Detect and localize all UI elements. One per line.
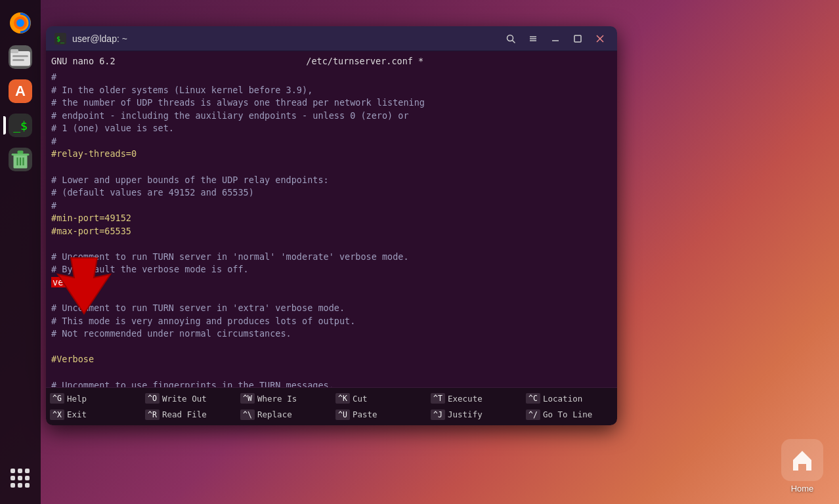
taskbar-firefox[interactable]	[5, 8, 35, 38]
command-label: Location	[543, 393, 582, 405]
nano-command[interactable]: ^U Paste	[335, 409, 423, 421]
search-button[interactable]	[502, 30, 520, 48]
nano-version: GNU nano 6.2	[51, 56, 116, 66]
command-key: ^T	[431, 393, 445, 404]
taskbar-appstore[interactable]: A	[5, 76, 35, 106]
home-icon	[781, 439, 823, 481]
svg-rect-3	[11, 51, 30, 66]
nano-command[interactable]: ^X Exit	[50, 409, 137, 421]
editor-line	[51, 341, 612, 354]
command-label: Write Out	[162, 393, 207, 405]
editor-line: # Lower and upper bounds of the UDP rela…	[51, 174, 612, 187]
window-title: user@ldap: ~	[72, 33, 127, 44]
command-column: ^T Execute ^J Justify	[427, 388, 522, 425]
editor-line: # Uncomment to use fingerprints in the T…	[51, 379, 612, 388]
command-label: Help	[67, 393, 87, 405]
svg-text:$_: $_	[56, 35, 65, 43]
svg-rect-21	[574, 35, 581, 42]
nano-command[interactable]: ^W Where Is	[240, 393, 328, 405]
editor-line: #Verbose	[51, 353, 612, 366]
taskbar-files[interactable]	[5, 42, 35, 72]
svg-rect-6	[12, 59, 24, 61]
svg-point-2	[16, 19, 24, 27]
maximize-button[interactable]	[569, 30, 587, 48]
title-bar-left: $_ user@ldap: ~	[54, 32, 127, 45]
editor-line: verbose	[51, 276, 612, 289]
terminal-title-icon: $_	[54, 32, 67, 45]
editor-line: #	[51, 71, 612, 84]
command-label: Replace	[257, 409, 292, 421]
editor-content[interactable]: ## In the older systems (Linux kernel be…	[46, 70, 617, 387]
command-label: Cut	[353, 393, 368, 405]
title-bar: $_ user@ldap: ~	[46, 26, 617, 51]
editor-line: #	[51, 135, 612, 148]
nano-command[interactable]: ^O Write Out	[145, 393, 232, 405]
taskbar: A _$	[0, 0, 41, 504]
command-label: Justify	[448, 409, 483, 421]
nano-command[interactable]: ^J Justify	[431, 409, 518, 421]
editor-line: #relay-threads=0	[51, 148, 612, 161]
editor-line	[51, 161, 612, 174]
command-column: ^K Cut ^U Paste	[332, 388, 427, 425]
command-column: ^G Help ^X Exit	[46, 388, 141, 425]
menu-button[interactable]	[524, 30, 542, 48]
command-key: ^J	[431, 410, 445, 420]
nano-commands: ^G Help ^X Exit ^O Write Out ^R Read Fil…	[46, 388, 617, 425]
apps-grid-icon	[11, 469, 30, 488]
command-label: Where Is	[257, 393, 297, 405]
command-label: Execute	[448, 393, 483, 405]
apps-grid-button[interactable]	[5, 463, 35, 494]
editor-line: # By default the verbose mode is off.	[51, 263, 612, 276]
terminal-window: $_ user@ldap: ~	[46, 26, 617, 425]
taskbar-trash[interactable]	[5, 144, 35, 175]
svg-rect-9	[18, 151, 24, 154]
nano-command[interactable]: ^\ Replace	[240, 409, 328, 421]
nano-command[interactable]: ^R Read File	[145, 409, 232, 421]
nano-command[interactable]: ^T Execute	[431, 393, 518, 405]
editor-line: # (default values are 49152 and 65535)	[51, 186, 612, 200]
terminal-icon: _$	[9, 114, 32, 137]
svg-rect-5	[12, 55, 28, 57]
taskbar-terminal[interactable]: _$	[5, 110, 35, 140]
editor-line: #max-port=65535	[51, 225, 612, 238]
command-key: ^/	[526, 410, 540, 420]
nano-command[interactable]: ^/ Go To Line	[526, 409, 613, 421]
files-icon	[9, 45, 32, 69]
nano-header: GNU nano 6.2 /etc/turnserver.conf *	[46, 51, 617, 70]
editor-line: # the number of UDP threads is always on…	[51, 96, 612, 110]
editor-line: # This mode is very annoying and produce…	[51, 315, 612, 328]
command-column: ^C Location ^/ Go To Line	[522, 388, 617, 425]
editor-line: # 1 (one) value is set.	[51, 122, 612, 135]
editor-line: # Uncomment to run TURN server in 'extra…	[51, 302, 612, 315]
command-key: ^C	[526, 393, 540, 404]
nano-command[interactable]: ^C Location	[526, 393, 613, 405]
command-key: ^W	[240, 393, 255, 404]
editor-line: # Uncomment to run TURN server in 'norma…	[51, 251, 612, 264]
home-icon-wrapper[interactable]: Home	[781, 439, 823, 494]
nano-command[interactable]: ^K Cut	[335, 393, 423, 405]
command-column: ^O Write Out ^R Read File	[141, 388, 236, 425]
command-label: Exit	[67, 409, 87, 421]
close-button[interactable]	[591, 30, 609, 48]
command-column: ^W Where Is ^\ Replace	[236, 388, 332, 425]
command-key: ^R	[145, 410, 160, 420]
command-key: ^K	[335, 393, 350, 404]
command-key: ^G	[50, 393, 64, 404]
svg-rect-4	[11, 49, 18, 53]
editor-line: #	[51, 200, 612, 213]
command-label: Paste	[353, 409, 377, 421]
nano-filename: /etc/turnserver.conf *	[118, 56, 612, 66]
command-key: ^X	[50, 410, 64, 420]
command-label: Read File	[162, 409, 207, 421]
minimize-button[interactable]	[546, 30, 565, 48]
title-bar-buttons	[502, 30, 609, 48]
editor-line	[51, 366, 612, 379]
editor-line: # Not recommended under normal circumsta…	[51, 327, 612, 341]
command-key: ^O	[145, 393, 160, 404]
nano-command[interactable]: ^G Help	[50, 393, 137, 405]
svg-rect-8	[12, 154, 30, 156]
home-label: Home	[791, 484, 814, 494]
editor-line	[51, 238, 612, 251]
nano-statusbar: ^G Help ^X Exit ^O Write Out ^R Read Fil…	[46, 387, 617, 425]
editor-line: # endpoint - including the auxiliary end…	[51, 110, 612, 123]
